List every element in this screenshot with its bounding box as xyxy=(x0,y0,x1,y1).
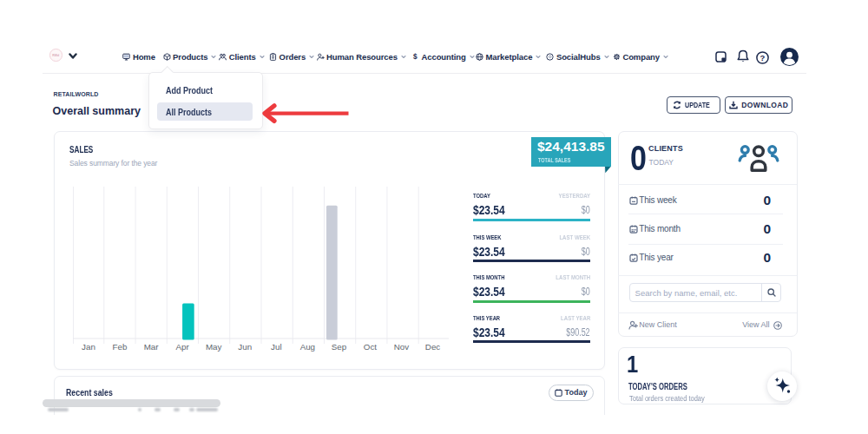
svg-text:$: $ xyxy=(413,53,418,61)
svg-text:Jun: Jun xyxy=(238,342,252,352)
svg-text:Apr: Apr xyxy=(175,342,189,352)
svg-text:Jan: Jan xyxy=(82,342,95,352)
svg-text:?: ? xyxy=(760,53,766,62)
svg-text:Jul: Jul xyxy=(271,342,282,352)
svg-text:Aug: Aug xyxy=(299,342,314,352)
svg-text:Sep: Sep xyxy=(331,342,346,352)
svg-text:Dec: Dec xyxy=(424,342,440,352)
svg-text:Nov: Nov xyxy=(393,342,409,352)
svg-text:Oct: Oct xyxy=(363,342,377,352)
svg-text:Mar: Mar xyxy=(143,342,159,352)
svg-text:May: May xyxy=(205,342,221,352)
svg-text:Feb: Feb xyxy=(112,342,127,352)
